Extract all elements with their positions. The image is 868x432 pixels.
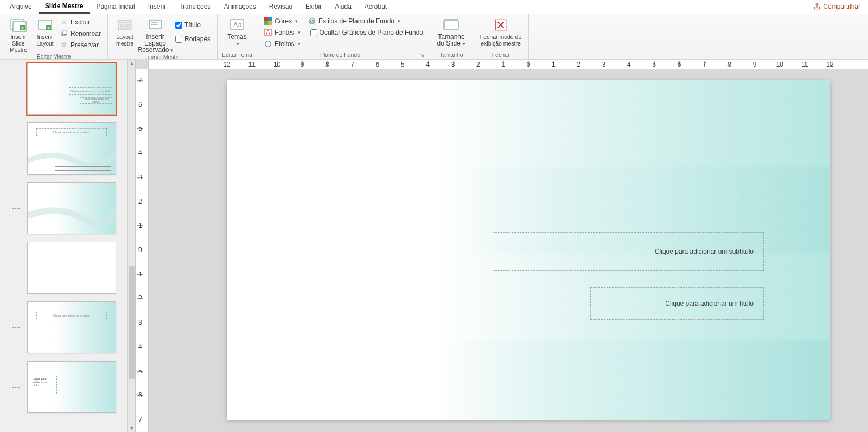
svg-rect-16 — [120, 24, 124, 29]
scroll-handle[interactable] — [129, 266, 135, 379]
editor-area: 1211109876543210123456789101112 76543210… — [136, 60, 868, 432]
label: Fontes — [275, 29, 295, 36]
fechar-modo-exibicao-button[interactable]: Fechar modo de exibição mestre — [477, 16, 524, 47]
tamanho-slide-button[interactable]: Tamanho do Slide ▾ — [435, 16, 468, 47]
group-tamanho: Tamanho do Slide ▾ Tamanho — [430, 14, 473, 59]
title-text: Clique para adicionar um título — [665, 300, 754, 307]
group-fechar: Fechar modo de exibição mestre Fechar — [473, 14, 529, 59]
mini-title: Clique para adicionar um título — [31, 376, 57, 394]
share-label: Compartilhar — [823, 3, 860, 10]
label: Preservar — [71, 41, 99, 49]
efeitos-button[interactable]: Efeitos▾ — [261, 39, 303, 49]
estilos-plano-fundo-button[interactable]: Estilos de Plano de Fundo▾ — [305, 16, 403, 26]
label: Excluir — [71, 18, 90, 26]
scroll-up-icon[interactable]: ▲ — [128, 60, 136, 67]
svg-rect-25 — [268, 17, 272, 21]
label: Inserir Layout — [36, 34, 54, 47]
mini-subtitle: Clique para adicionar um subtítulo — [69, 87, 112, 95]
background-styles-icon — [308, 17, 316, 25]
svg-rect-26 — [264, 21, 268, 25]
preservar-button[interactable]: Preservar — [58, 40, 103, 50]
share-button[interactable]: Compartilhar — [813, 3, 865, 10]
mini-title: Toque para editar um título — [80, 97, 112, 104]
rodapes-checkbox[interactable]: Rodapés — [173, 35, 213, 43]
svg-point-29 — [311, 20, 314, 23]
temas-button[interactable]: Aa Temas▾ — [224, 16, 250, 47]
label: Renomear — [71, 30, 101, 37]
preserve-icon — [60, 41, 68, 49]
svg-rect-24 — [264, 17, 268, 21]
subtitle-placeholder[interactable]: Clique para adicionar um subtítulo — [493, 232, 764, 271]
label: Efeitos — [275, 40, 295, 48]
inserir-slide-mestre-button[interactable]: Inserir Slide Mestre — [4, 16, 33, 53]
svg-text:A: A — [233, 21, 238, 29]
tab-slide-mestre[interactable]: Slide Mestre — [39, 0, 90, 14]
vertical-ruler[interactable]: 765432101234567 — [136, 69, 149, 432]
subtitle-text: Clique para adicionar um subtítulo — [655, 248, 754, 255]
group-editar-tema: Aa Temas▾ Editar Tema — [218, 14, 257, 59]
ribbon-tabs: Arquivo Slide Mestre Página Inicial Inse… — [0, 0, 868, 14]
inserir-layout-button[interactable]: Inserir Layout — [33, 16, 58, 47]
layout-icon — [34, 17, 56, 33]
label: Layout mestre — [116, 34, 133, 47]
chevron-down-icon: ▾ — [295, 18, 298, 24]
tab-arquivo[interactable]: Arquivo — [3, 1, 39, 12]
titulo-checkbox[interactable]: Título — [173, 21, 213, 29]
excluir-button[interactable]: Excluir — [58, 17, 103, 27]
thumbnail-layout-5[interactable]: Clique para adicionar um título — [27, 361, 116, 413]
chevron-down-icon: ▾ — [237, 41, 239, 47]
group-editar-mestre: Inserir Slide Mestre Inserir Layout Excl… — [0, 14, 108, 59]
svg-rect-6 — [40, 22, 50, 23]
cores-button[interactable]: Cores▾ — [261, 16, 300, 26]
slide-canvas[interactable]: Clique para adicionar um subtítulo Cliqu… — [149, 69, 868, 432]
layout-mestre-button[interactable]: Layout mestre — [112, 16, 137, 47]
dialog-launcher[interactable]: ↘ — [419, 52, 425, 58]
ocultar-graficos-checkbox[interactable]: Ocultar Gráficos de Plano de Fundo — [308, 28, 425, 37]
tab-animacoes[interactable]: Animações — [217, 1, 262, 12]
slide-master-icon — [8, 17, 29, 33]
svg-point-28 — [309, 18, 315, 24]
effects-icon — [264, 40, 272, 48]
fontes-button[interactable]: AFontes▾ — [261, 28, 303, 37]
group-label: Editar Tema — [222, 51, 252, 59]
thumbnail-layout-4[interactable]: Clique para adicionar um título — [27, 301, 116, 353]
renomear-button[interactable]: Renomear — [58, 29, 103, 38]
rename-icon — [60, 29, 68, 38]
svg-rect-18 — [149, 20, 161, 29]
slide-band-2 — [227, 340, 830, 420]
group-label: Fechar — [484, 51, 517, 59]
tab-ajuda[interactable]: Ajuda — [328, 1, 358, 12]
svg-text:A: A — [266, 29, 270, 36]
tab-acrobat[interactable]: Acrobat — [358, 1, 393, 12]
svg-rect-15 — [120, 22, 130, 23]
svg-rect-17 — [125, 24, 130, 29]
tab-exibir[interactable]: Exibir — [299, 1, 328, 12]
slide-size-icon — [441, 17, 462, 33]
thumbnail-master[interactable]: Clique para adicionar um subtítulo Toque… — [27, 63, 116, 115]
label: Fechar modo de exibição mestre — [480, 34, 521, 47]
themes-icon: Aa — [226, 17, 248, 33]
label: Tamanho do Slide — [437, 33, 465, 47]
tab-inserir[interactable]: Inserir — [142, 1, 173, 12]
mini-title: Clique para adicionar um título — [36, 128, 107, 136]
label: Temas — [227, 33, 246, 41]
chevron-down-icon: ▾ — [170, 48, 173, 53]
group-layout-mestre: Layout mestre Inserir Espaço Reservado▾ … — [108, 14, 218, 59]
horizontal-ruler[interactable]: 1211109876543210123456789101112 — [149, 60, 868, 69]
slide-master[interactable]: Clique para adicionar um subtítulo Cliqu… — [227, 80, 830, 420]
thumbnail-layout-1[interactable]: Clique para adicionar um título — [27, 122, 116, 175]
tab-transicoes[interactable]: Transições — [173, 1, 217, 12]
svg-rect-27 — [268, 21, 272, 25]
tab-pagina-inicial[interactable]: Página Inicial — [90, 1, 141, 12]
group-label: Plano de Fundo — [261, 51, 419, 59]
thumbnail-panel: Clique para adicionar um subtítulo Toque… — [0, 60, 136, 432]
title-placeholder[interactable]: Clique para adicionar um título — [590, 287, 764, 320]
workspace: Clique para adicionar um subtítulo Toque… — [0, 60, 868, 432]
inserir-espaco-reservado-button[interactable]: Inserir Espaço Reservado▾ — [137, 16, 173, 54]
thumbnail-layout-2[interactable] — [27, 182, 116, 234]
colors-icon — [264, 17, 272, 25]
tab-revisao[interactable]: Revisão — [263, 1, 299, 12]
thumbnail-layout-3[interactable] — [27, 242, 116, 294]
scroll-down-icon[interactable]: ▼ — [128, 424, 136, 432]
thumbnail-scrollbar[interactable]: ▲ ▼ — [127, 60, 135, 432]
